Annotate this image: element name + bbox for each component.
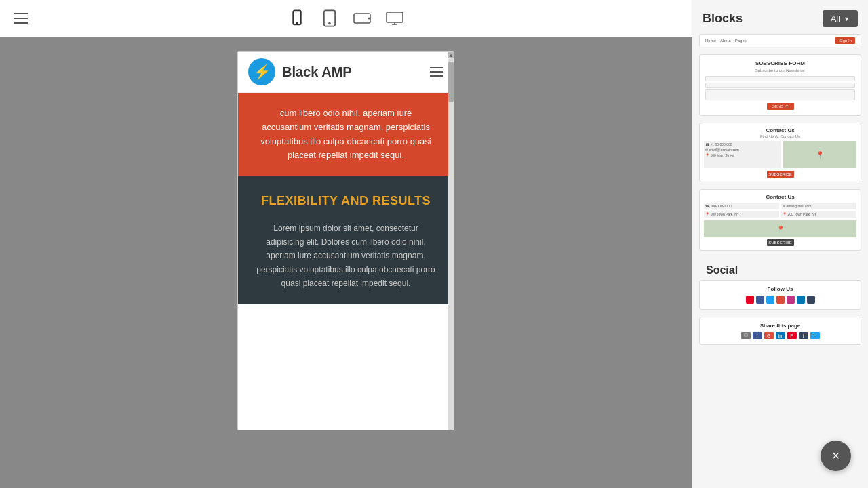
block-contact2-item: 📍 200 Town Park, NY xyxy=(781,211,856,218)
block-contact2-rows: ☎ 100-000-0000 ✉ email@mail.com 📍 100 To… xyxy=(704,203,856,218)
block-contact1-preview: Contact Us Find Us At Contact Us ☎ +1 00… xyxy=(700,123,861,182)
preview-red-section: cum libero odio nihil, aperiam iure accu… xyxy=(238,93,454,176)
map-pin-icon: 📍 xyxy=(776,225,785,232)
scrollbar-up-icon[interactable]: ▲ xyxy=(448,52,454,58)
block-contact2-preview: Contact Us ☎ 100-000-0000 ✉ email@mail.c… xyxy=(700,190,861,250)
block-social-card[interactable]: Follow Us xyxy=(699,280,861,310)
block-contact1-card[interactable]: Contact Us Find Us At Contact Us ☎ +1 00… xyxy=(699,123,861,182)
preview-dark-section: FLEXIBILITY AND RESULTS Lorem ipsum dolo… xyxy=(238,176,454,304)
share-facebook-icon: f xyxy=(753,332,762,339)
block-share-card[interactable]: Share this page ✉ f G in P t 🐦 xyxy=(699,317,861,345)
block-subscribe-subtitle: Subscribe to our Newsletter xyxy=(705,68,855,73)
google-icon xyxy=(776,296,785,304)
device-tablet-landscape-icon[interactable] xyxy=(353,9,372,28)
sidebar-section-social: Social xyxy=(699,258,861,280)
block-contact2-btn: SUBSCRIBE xyxy=(767,239,794,246)
svg-rect-4 xyxy=(354,14,370,23)
twitter-icon xyxy=(766,296,774,304)
fab-close-button[interactable]: × xyxy=(821,441,851,471)
tumblr-icon xyxy=(807,296,815,304)
close-icon: × xyxy=(832,448,840,464)
preview-nav-hamburger xyxy=(430,67,443,77)
linkedin-icon xyxy=(797,296,805,304)
block-contact2-item: ✉ email@mail.com xyxy=(781,203,856,209)
block-share-icons: ✉ f G in P t 🐦 xyxy=(705,332,855,339)
share-email-icon: ✉ xyxy=(741,332,751,339)
block-nav-items: Home About Pages xyxy=(705,39,747,43)
block-contact-info-row: ☎ +1 00 000 000 xyxy=(705,142,779,146)
block-nav-item: About xyxy=(720,39,731,43)
preview-dark-text: Lorem ipsum dolor sit amet, consectetur … xyxy=(255,222,437,291)
block-share-title: Share this page xyxy=(705,323,855,329)
block-contact2-item: ☎ 100-000-0000 xyxy=(704,203,779,209)
mobile-preview: ⚡ Black AMP cum libero odio nihil, aperi… xyxy=(237,51,454,430)
block-subscribe-field-name xyxy=(705,83,855,88)
toolbar xyxy=(0,0,692,37)
sidebar-all-button[interactable]: All xyxy=(823,10,858,27)
svg-point-3 xyxy=(329,23,330,24)
block-subscribe-preview: SUBSCRIBE FORM Subscribe to our Newslett… xyxy=(700,55,861,115)
device-desktop-icon[interactable] xyxy=(385,9,404,28)
facebook-icon xyxy=(756,296,764,304)
preview-header: ⚡ Black AMP xyxy=(238,52,454,93)
block-subscribe-card[interactable]: SUBSCRIBE FORM Subscribe to our Newslett… xyxy=(699,54,861,116)
block-contact1-title: Contact Us xyxy=(704,127,856,134)
share-twitter-icon: 🐦 xyxy=(810,332,820,339)
block-contact-info-row: 📍 100 Main Street xyxy=(705,153,779,157)
device-icons xyxy=(288,9,404,28)
preview-logo: ⚡ Black AMP xyxy=(248,58,352,85)
svg-rect-6 xyxy=(387,12,403,22)
share-google-icon: G xyxy=(764,332,774,339)
block-contact2-row: ☎ 100-000-0000 ✉ email@mail.com xyxy=(704,203,856,209)
block-contact2-title: Contact Us xyxy=(704,194,856,200)
share-linkedin-icon: in xyxy=(776,332,785,339)
svg-point-5 xyxy=(368,18,370,19)
block-social-preview: Follow Us xyxy=(700,281,861,309)
block-nav-preview: Home About Pages Sign In xyxy=(700,35,861,47)
device-tablet-icon[interactable] xyxy=(320,9,339,28)
svg-point-1 xyxy=(296,22,298,24)
preview-scrollbar[interactable]: ▲ xyxy=(448,52,454,430)
device-mobile-icon[interactable] xyxy=(288,9,307,28)
sidebar: Blocks All Home About Pages Sign In SUBS… xyxy=(692,0,868,488)
block-contact1-map: 📍 xyxy=(783,141,857,168)
block-contact1-subtitle: Find Us At Contact Us xyxy=(704,134,856,138)
block-nav-btn: Sign In xyxy=(835,37,855,44)
block-social-icons xyxy=(705,296,855,304)
block-subscribe-field-email xyxy=(705,76,855,81)
instagram-icon xyxy=(787,296,795,304)
block-contact2-row: 📍 100 Town Park, NY 📍 200 Town Park, NY xyxy=(704,211,856,218)
sidebar-blocks: Home About Pages Sign In SUBSCRIBE FORM … xyxy=(692,34,868,352)
block-subscribe-field-message xyxy=(705,89,855,100)
block-contact1-info: ☎ +1 00 000 000 ✉ email@domain.com 📍 100… xyxy=(704,141,781,168)
scrollbar-thumb[interactable] xyxy=(448,62,454,102)
canvas-area: ⚡ Black AMP cum libero odio nihil, aperi… xyxy=(0,37,692,488)
block-social-title: Follow Us xyxy=(705,286,855,292)
block-contact1-btn: SUBSCRIBE xyxy=(767,171,794,178)
block-contact-info-row: ✉ email@domain.com xyxy=(705,148,779,152)
sidebar-title: Blocks xyxy=(703,12,743,26)
main-area: ⚡ Black AMP cum libero odio nihil, aperi… xyxy=(0,0,692,488)
sidebar-header: Blocks All xyxy=(692,0,868,34)
block-contact1-body: ☎ +1 00 000 000 ✉ email@domain.com 📍 100… xyxy=(704,141,856,168)
block-nav-item: Pages xyxy=(735,39,747,43)
preview-dark-title: FLEXIBILITY AND RESULTS xyxy=(255,193,437,209)
preview-logo-icon: ⚡ xyxy=(248,58,275,85)
block-nav-card[interactable]: Home About Pages Sign In xyxy=(699,34,861,47)
lightning-icon: ⚡ xyxy=(254,64,271,80)
pinterest-icon xyxy=(746,296,754,304)
block-subscribe-title: SUBSCRIBE FORM xyxy=(705,60,855,66)
preview-logo-text: Black AMP xyxy=(282,64,352,80)
map-pin-icon: 📍 xyxy=(816,151,824,159)
block-contact2-item: 📍 100 Town Park, NY xyxy=(704,211,779,218)
toolbar-hamburger[interactable] xyxy=(14,13,28,24)
block-contact2-card[interactable]: Contact Us ☎ 100-000-0000 ✉ email@mail.c… xyxy=(699,189,861,251)
block-subscribe-btn: SEND IT xyxy=(767,103,794,110)
share-tumblr-icon: t xyxy=(799,332,808,339)
block-share-preview: Share this page ✉ f G in P t 🐦 xyxy=(700,317,861,344)
block-subscribe-fields xyxy=(705,76,855,100)
block-contact2-map: 📍 xyxy=(704,220,856,237)
preview-red-text: cum libero odio nihil, aperiam iure accu… xyxy=(260,108,431,160)
share-pinterest-icon: P xyxy=(787,332,797,339)
block-nav-item: Home xyxy=(705,39,716,43)
